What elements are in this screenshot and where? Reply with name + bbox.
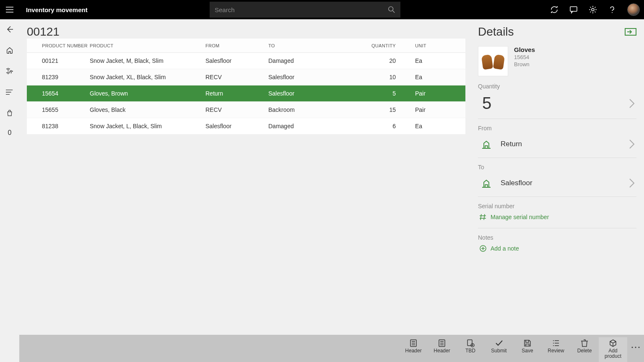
svg-point-10 (632, 347, 633, 348)
product-variant: Brown (514, 61, 535, 67)
product-summary: Gloves 15654 Brown (478, 46, 636, 76)
list-button[interactable] (5, 87, 15, 97)
chevron-right-icon (629, 98, 635, 109)
svg-point-3 (612, 12, 613, 13)
leftrail: 0 (0, 19, 19, 362)
inventory-button[interactable] (5, 66, 15, 76)
quantity-row[interactable]: 5 (478, 91, 636, 119)
to-row[interactable]: Salesfloor (478, 172, 636, 197)
refresh-button[interactable] (550, 5, 558, 14)
back-arrow-icon (5, 25, 14, 34)
to-value: Salesfloor (501, 179, 532, 187)
cell-product: Snow Jacket, XL, Black, Slim (90, 74, 205, 80)
col-header-from: FROM (205, 43, 268, 48)
bag-button[interactable] (5, 108, 15, 118)
bottombar-delete-button[interactable]: Delete (570, 337, 599, 362)
serial-label: Serial number (478, 203, 636, 209)
svg-point-12 (639, 347, 640, 348)
boxes-icon (6, 67, 13, 75)
add-note-link[interactable]: Add a note (478, 243, 636, 254)
bottombar-add-product-button[interactable]: Addproduct (599, 337, 627, 362)
notes-link-text: Add a note (491, 245, 519, 252)
table-row[interactable]: 00121Snow Jacket, M, Black, SlimSalesflo… (27, 53, 465, 69)
user-avatar[interactable] (627, 3, 640, 16)
product-thumbnail (478, 46, 508, 76)
leftrail-count: 0 (8, 129, 12, 137)
chevron-right-icon (629, 139, 635, 149)
from-label: From (478, 125, 636, 132)
chat-button[interactable] (569, 5, 578, 14)
quantity-label: Quantity (478, 83, 636, 90)
bottombar-review-button[interactable]: Review (542, 337, 570, 362)
chat-icon (569, 5, 578, 14)
table-row[interactable]: 15655Gloves, BlackRECVBackroom15Pair (27, 102, 465, 118)
table-row[interactable]: 15654Gloves, BrownReturnSalesfloor5Pair (27, 85, 465, 102)
cell-qty: 5 (362, 90, 404, 97)
cell-from: Salesfloor (205, 123, 268, 129)
quantity-value: 5 (482, 94, 491, 113)
cell-from: Salesfloor (205, 57, 268, 64)
search-box[interactable] (210, 2, 400, 18)
search-input[interactable] (215, 6, 388, 13)
checkmark-icon (495, 339, 503, 347)
document-icon (409, 339, 418, 347)
ellipsis-icon (631, 346, 640, 348)
main-content: 00121 PRODUCT NUMBER PRODUCT FROM TO QUA… (19, 19, 644, 335)
col-header-product-number: PRODUCT NUMBER (27, 43, 90, 48)
from-row[interactable]: Return (478, 133, 636, 158)
cell-unit: Ea (404, 123, 454, 129)
bottombar-submit-button[interactable]: Submit (485, 337, 513, 362)
cell-pn: 81238 (27, 123, 90, 129)
bottombar-header-button[interactable]: Header (399, 337, 428, 362)
search-icon (388, 6, 395, 13)
bottombar-label: TBD (465, 348, 475, 354)
gloves-icon (481, 52, 505, 71)
help-button[interactable] (608, 5, 616, 14)
bottombar-label: Delete (577, 348, 592, 354)
bottombar-label: Review (548, 348, 564, 354)
topbar-actions (550, 0, 640, 19)
bottombar-label: Save (522, 348, 533, 354)
hamburger-menu[interactable] (0, 0, 19, 19)
cell-to: Damaged (268, 57, 362, 64)
cell-pn: 15654 (27, 90, 90, 97)
cell-unit: Pair (404, 106, 454, 113)
movement-table: PRODUCT NUMBER PRODUCT FROM TO QUANTITY … (27, 39, 465, 134)
col-header-quantity: QUANTITY (362, 43, 404, 48)
bottombar-tbd-button[interactable]: TBD (456, 337, 485, 362)
help-icon (608, 5, 616, 14)
cell-pn: 81239 (27, 74, 90, 80)
cell-pn: 00121 (27, 57, 90, 64)
cell-qty: 10 (362, 74, 404, 80)
col-header-unit: UNIT (404, 43, 454, 48)
table-row[interactable]: 81239Snow Jacket, XL, Black, SlimRECVSal… (27, 69, 465, 85)
bottombar: HeaderHeaderTBDSubmitSaveReviewDeleteAdd… (19, 335, 644, 362)
back-button[interactable] (5, 24, 15, 34)
refresh-icon (550, 5, 558, 14)
expand-panel-button[interactable] (625, 28, 636, 36)
svg-rect-1 (570, 7, 577, 11)
more-button[interactable] (627, 337, 644, 357)
cell-pn: 15655 (27, 106, 90, 113)
topbar-title: Inventory movement (26, 6, 88, 13)
list-check-icon (552, 339, 560, 347)
cell-unit: Ea (404, 57, 454, 64)
manage-serial-link[interactable]: Manage serial number (478, 211, 636, 228)
table-row[interactable]: 81238Snow Jacket, L, Black, SlimSalesflo… (27, 118, 465, 134)
cell-to: Damaged (268, 123, 362, 129)
gear-icon (589, 5, 597, 14)
cell-from: Return (205, 90, 268, 97)
location-icon (480, 138, 492, 150)
details-title: Details (478, 25, 514, 39)
home-button[interactable] (5, 45, 15, 55)
cell-to: Salesfloor (268, 90, 362, 97)
cell-unit: Pair (404, 90, 454, 97)
cell-product: Snow Jacket, M, Black, Slim (90, 57, 205, 64)
svg-point-11 (635, 347, 636, 348)
cell-qty: 20 (362, 57, 404, 64)
settings-button[interactable] (589, 5, 597, 14)
bottombar-header-button[interactable]: Header (428, 337, 456, 362)
bottombar-save-button[interactable]: Save (513, 337, 542, 362)
bottombar-label: Submit (491, 348, 506, 354)
cell-to: Backroom (268, 106, 362, 113)
